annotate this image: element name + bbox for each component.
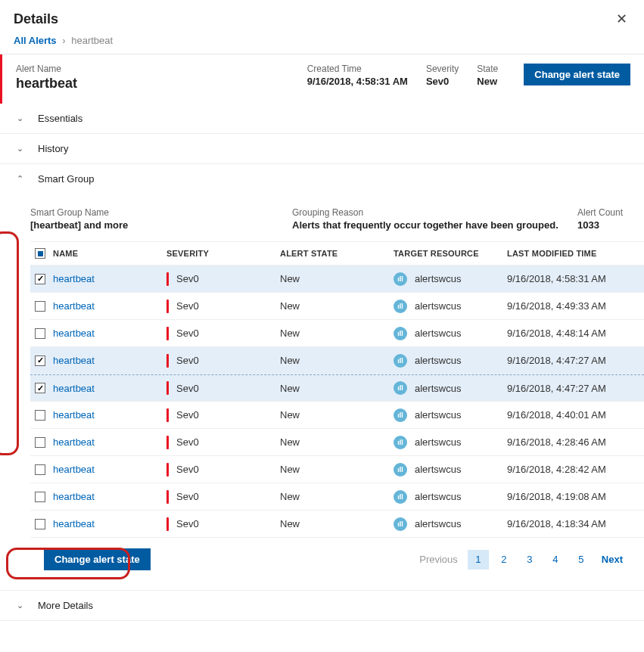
row-modified: 9/16/2018, 4:58:31 AM	[507, 273, 643, 284]
row-checkbox[interactable]	[35, 437, 45, 448]
resource-icon: ıll	[394, 300, 407, 313]
row-target[interactable]: ıllalertswcus	[394, 272, 507, 286]
table-row[interactable]: heartbeatSev0Newıllalertswcus9/16/2018, …	[30, 511, 644, 538]
alert-name-link[interactable]: heartbeat	[53, 383, 95, 394]
table-row[interactable]: heartbeatSev0Newıllalertswcus9/16/2018, …	[30, 320, 644, 347]
select-all-checkbox[interactable]	[35, 248, 45, 259]
breadcrumb-root[interactable]: All Alerts	[14, 35, 57, 46]
sg-count-value: 1033	[577, 219, 623, 231]
alert-name-link[interactable]: heartbeat	[53, 273, 95, 284]
alert-name-value: heartbeat	[16, 76, 77, 92]
close-icon[interactable]: ✕	[613, 8, 630, 30]
row-target[interactable]: ıllalertswcus	[394, 300, 507, 313]
row-modified: 9/16/2018, 4:47:27 AM	[507, 355, 643, 366]
sg-reason-label: Grouping Reason	[292, 207, 558, 218]
resource-icon: ıll	[394, 408, 407, 422]
row-checkbox[interactable]	[35, 355, 45, 366]
pager-page[interactable]: 4	[545, 550, 566, 570]
col-target[interactable]: TARGET RESOURCE	[394, 249, 507, 258]
row-target[interactable]: ıllalertswcus	[394, 327, 507, 340]
resource-icon: ıll	[394, 463, 407, 477]
pager-page[interactable]: 3	[519, 550, 540, 570]
created-time-value: 9/16/2018, 4:58:31 AM	[307, 76, 408, 87]
table-row[interactable]: heartbeatSev0Newıllalertswcus9/16/2018, …	[30, 456, 644, 483]
resource-icon: ıll	[394, 490, 407, 504]
row-checkbox[interactable]	[35, 274, 45, 284]
row-severity: Sev0	[166, 354, 280, 368]
bulk-change-state-button[interactable]: Change alert state	[44, 548, 151, 570]
alert-name-link[interactable]: heartbeat	[53, 300, 95, 312]
row-state: New	[280, 355, 394, 366]
severity-bar-icon	[166, 517, 169, 531]
alert-name-link[interactable]: heartbeat	[53, 464, 95, 475]
sg-reason-value: Alerts that frequently occur together ha…	[292, 219, 558, 231]
row-checkbox[interactable]	[35, 492, 45, 502]
row-checkbox[interactable]	[35, 383, 45, 393]
row-modified: 9/16/2018, 4:49:33 AM	[507, 300, 643, 312]
pager-previous: Previous	[419, 554, 458, 565]
table-row[interactable]: heartbeatSev0Newıllalertswcus9/16/2018, …	[30, 293, 644, 320]
alert-name-link[interactable]: heartbeat	[53, 436, 95, 448]
pager-page[interactable]: 5	[571, 550, 592, 570]
severity-bar-icon	[166, 327, 169, 340]
pager: Previous 12345 Next	[412, 550, 630, 570]
table-row[interactable]: heartbeatSev0Newıllalertswcus9/16/2018, …	[30, 483, 644, 511]
section-more-details[interactable]: ⌄ More Details	[0, 590, 644, 621]
alert-name-link[interactable]: heartbeat	[53, 518, 95, 529]
row-state: New	[280, 383, 394, 394]
resource-icon: ıll	[394, 354, 407, 368]
col-severity[interactable]: SEVERITY	[166, 249, 280, 258]
alert-name-link[interactable]: heartbeat	[53, 491, 95, 502]
row-state: New	[280, 300, 394, 312]
table-row[interactable]: heartbeatSev0Newıllalertswcus9/16/2018, …	[30, 429, 644, 456]
pager-next[interactable]: Next	[602, 554, 623, 565]
row-state: New	[280, 409, 394, 421]
row-target[interactable]: ıllalertswcus	[394, 463, 507, 477]
section-essentials[interactable]: ⌄ Essentials	[0, 104, 644, 134]
col-name[interactable]: NAME	[53, 249, 166, 258]
alert-name-link[interactable]: heartbeat	[53, 355, 95, 366]
pager-page[interactable]: 1	[468, 550, 489, 570]
row-checkbox[interactable]	[35, 301, 45, 312]
col-modified[interactable]: LAST MODIFIED TIME	[507, 249, 643, 258]
alert-name-label: Alert Name	[16, 64, 77, 74]
resource-icon: ıll	[394, 272, 407, 286]
row-checkbox[interactable]	[35, 519, 45, 529]
row-modified: 9/16/2018, 4:19:08 AM	[507, 491, 643, 502]
alert-name-link[interactable]: heartbeat	[53, 328, 95, 339]
resource-icon: ıll	[394, 381, 407, 395]
row-target[interactable]: ıllalertswcus	[394, 436, 507, 449]
row-checkbox[interactable]	[35, 464, 45, 475]
alert-name-link[interactable]: heartbeat	[53, 409, 95, 421]
row-modified: 9/16/2018, 4:28:46 AM	[507, 436, 643, 448]
chevron-up-icon: ⌃	[17, 174, 27, 184]
section-smart-group[interactable]: ⌃ Smart Group	[0, 164, 644, 194]
severity-bar-icon	[166, 300, 169, 313]
row-modified: 9/16/2018, 4:48:14 AM	[507, 328, 643, 339]
row-checkbox[interactable]	[35, 410, 45, 421]
pager-page[interactable]: 2	[493, 550, 515, 570]
chevron-down-icon: ⌄	[17, 144, 27, 154]
panel-title: Details	[14, 11, 613, 27]
row-target[interactable]: ıllalertswcus	[394, 490, 507, 504]
row-severity: Sev0	[166, 300, 280, 313]
table-row[interactable]: heartbeatSev0Newıllalertswcus9/16/2018, …	[30, 374, 644, 402]
row-target[interactable]: ıllalertswcus	[394, 517, 507, 531]
table-row[interactable]: heartbeatSev0Newıllalertswcus9/16/2018, …	[30, 402, 644, 429]
row-target[interactable]: ıllalertswcus	[394, 408, 507, 422]
section-history[interactable]: ⌄ History	[0, 134, 644, 164]
breadcrumb-current: heartbeat	[71, 35, 113, 46]
row-target[interactable]: ıllalertswcus	[394, 381, 507, 395]
table-row[interactable]: heartbeatSev0Newıllalertswcus9/16/2018, …	[30, 347, 644, 374]
row-severity: Sev0	[166, 381, 280, 395]
chevron-right-icon: ›	[62, 35, 65, 46]
sg-name-label: Smart Group Name	[30, 207, 292, 218]
row-modified: 9/16/2018, 4:28:42 AM	[507, 464, 643, 475]
annotation-checkbox-column	[0, 231, 19, 455]
col-state[interactable]: ALERT STATE	[280, 249, 394, 258]
table-row[interactable]: heartbeatSev0Newıllalertswcus9/16/2018, …	[30, 265, 644, 293]
row-target[interactable]: ıllalertswcus	[394, 354, 507, 368]
row-severity: Sev0	[166, 272, 280, 286]
change-state-button[interactable]: Change alert state	[524, 64, 630, 85]
row-checkbox[interactable]	[35, 328, 45, 339]
